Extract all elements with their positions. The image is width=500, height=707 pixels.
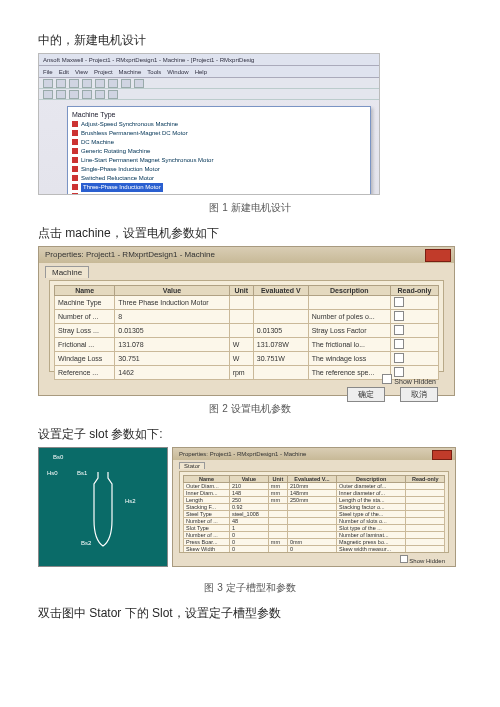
table-row[interactable]: Length250mm250mmLength of the sta... [184, 497, 445, 504]
motor-icon [72, 148, 78, 154]
tab-machine[interactable]: Machine [45, 266, 89, 278]
motor-icon [72, 157, 78, 163]
paragraph-4: 双击图中 Stator 下的 Slot，设置定子槽型参数 [38, 605, 462, 622]
col-name: Name [55, 286, 115, 296]
menu-bar[interactable]: File Edit View Project Machine Tools Win… [39, 66, 379, 78]
toolbar-row-2 [39, 89, 379, 100]
slot-shape-icon [86, 470, 120, 550]
show-hidden-row: Show Hidden [173, 553, 455, 564]
dialog-buttons: 确定 取消 [173, 564, 455, 567]
tab-bar: Machine [39, 263, 454, 278]
toolbar-button[interactable] [82, 90, 92, 99]
list-item[interactable]: Brushless Permanent-Magnet DC Motor [72, 129, 366, 138]
figure-3-caption: 图 3 定子槽型和参数 [38, 581, 462, 595]
toolbar-button[interactable] [69, 90, 79, 99]
col-unit: Unit [229, 286, 253, 296]
stator-properties-dialog: Properties: Project1 - RMxprtDesign1 - M… [172, 447, 456, 567]
properties-inset: NameValueUnitEvaluated V...DescriptionRe… [179, 471, 449, 553]
cancel-button[interactable]: 取消 [400, 387, 438, 402]
motor-icon [72, 139, 78, 145]
dim-bs0: Bs0 [53, 454, 63, 460]
menu-edit[interactable]: Edit [59, 69, 69, 75]
readonly-checkbox[interactable] [394, 297, 404, 307]
col-description: Description [308, 286, 390, 296]
table-row[interactable]: Slot Type1Slot type of the ... [184, 525, 445, 532]
table-row[interactable]: Number of ...48Number of slots o... [184, 518, 445, 525]
stator-table: NameValueUnitEvaluated V...DescriptionRe… [183, 475, 445, 553]
paragraph-2: 点击 machine，设置电机参数如下 [38, 225, 462, 242]
toolbar-button[interactable] [43, 90, 53, 99]
list-item[interactable]: Generic Rotating Machine [72, 147, 366, 156]
menu-machine[interactable]: Machine [119, 69, 142, 75]
properties-table: Name Value Unit Evaluated V Description … [54, 285, 439, 380]
toolbar-button[interactable] [95, 79, 105, 88]
toolbar-button[interactable] [69, 79, 79, 88]
list-item[interactable]: Line-Start Permanent Magnet Synchronous … [72, 156, 366, 165]
col-readonly: Read-only [390, 286, 438, 296]
dialog-title: Properties: Project1 - RMxprtDesign1 - M… [39, 247, 454, 263]
toolbar-button[interactable] [108, 90, 118, 99]
motor-icon [72, 166, 78, 172]
menu-help[interactable]: Help [195, 69, 207, 75]
properties-inset: Name Value Unit Evaluated V Description … [49, 280, 444, 372]
list-item[interactable]: Single-Phase Induction Motor [72, 165, 366, 174]
list-item[interactable]: Adjust-Speed Synchronous Machine [72, 120, 366, 129]
close-icon[interactable] [425, 249, 451, 262]
ok-button[interactable]: 确定 [347, 387, 385, 402]
slot-diagram: Bs0 Hs0 Bs1 Hs2 Bs2 [38, 447, 168, 567]
figure-2-caption: 图 2 设置电机参数 [38, 402, 462, 416]
tab-stator[interactable]: Stator [179, 462, 205, 469]
paragraph-3: 设置定子 slot 参数如下: [38, 426, 462, 443]
table-row[interactable]: Inner Diam...148mm148mmInner diameter of… [184, 490, 445, 497]
menu-file[interactable]: File [43, 69, 53, 75]
toolbar-button[interactable] [43, 79, 53, 88]
menu-window[interactable]: Window [167, 69, 188, 75]
toolbar-row-1 [39, 78, 379, 89]
table-row[interactable]: Stray Loss ...0.013050.01305Stray Loss F… [55, 324, 439, 338]
menu-tools[interactable]: Tools [147, 69, 161, 75]
table-row[interactable]: Outer Diam...210mm210mmOuter diameter of… [184, 483, 445, 490]
list-item[interactable]: Switched Reluctance Motor [72, 174, 366, 183]
readonly-checkbox[interactable] [394, 353, 404, 363]
dim-bs1: Bs1 [77, 470, 87, 476]
show-hidden-row: Show Hidden [39, 372, 454, 385]
close-icon[interactable] [432, 450, 452, 460]
figure-1-caption: 图 1 新建电机设计 [38, 201, 462, 215]
toolbar-button[interactable] [108, 79, 118, 88]
motor-icon [72, 130, 78, 136]
table-row[interactable]: Steel Typesteel_1008Steel type of the... [184, 511, 445, 518]
toolbar-button[interactable] [134, 79, 144, 88]
machine-type-list[interactable]: Adjust-Speed Synchronous Machine Brushle… [72, 120, 366, 195]
dim-bs2: Bs2 [81, 540, 91, 546]
motor-icon [72, 193, 78, 195]
toolbar-button[interactable] [82, 79, 92, 88]
paragraph-1: 中的，新建电机设计 [38, 32, 462, 49]
readonly-checkbox[interactable] [394, 325, 404, 335]
table-row[interactable]: Press Boar...0mm0mmMagnetic press bo... [184, 539, 445, 546]
readonly-checkbox[interactable] [394, 339, 404, 349]
toolbar-button[interactable] [95, 90, 105, 99]
motor-icon [72, 184, 78, 190]
readonly-checkbox[interactable] [394, 311, 404, 321]
list-item[interactable]: Three-Phase Non-Salient Synchronous Mach… [72, 192, 366, 195]
toolbar-button[interactable] [121, 79, 131, 88]
table-row[interactable]: Machine TypeThree Phase Induction Motor [55, 296, 439, 310]
panel-title: Machine Type [72, 111, 366, 118]
show-hidden-checkbox[interactable] [400, 555, 408, 563]
table-row[interactable]: Frictional ...131.078W131.078WThe fricti… [55, 338, 439, 352]
list-item-selected[interactable]: Three-Phase Induction Motor [72, 183, 366, 192]
table-row[interactable]: Windage Loss30.751W30.751WThe windage lo… [55, 352, 439, 366]
menu-view[interactable]: View [75, 69, 88, 75]
motor-icon [72, 175, 78, 181]
show-hidden-checkbox[interactable] [382, 374, 392, 384]
dialog-buttons: 确定 取消 [39, 385, 454, 402]
app-title: Ansoft Maxwell - Project1 - RMxprtDesign… [43, 57, 254, 63]
menu-project[interactable]: Project [94, 69, 113, 75]
table-row[interactable]: Stacking F...0.92Stacking factor o... [184, 504, 445, 511]
toolbar-button[interactable] [56, 79, 66, 88]
toolbar-button[interactable] [56, 90, 66, 99]
table-row[interactable]: Number of ...8Number of poles o... [55, 310, 439, 324]
table-row[interactable]: Number of ...0Number of laminat... [184, 532, 445, 539]
table-row[interactable]: Skew Width00Skew width measur... [184, 546, 445, 553]
list-item[interactable]: DC Machine [72, 138, 366, 147]
